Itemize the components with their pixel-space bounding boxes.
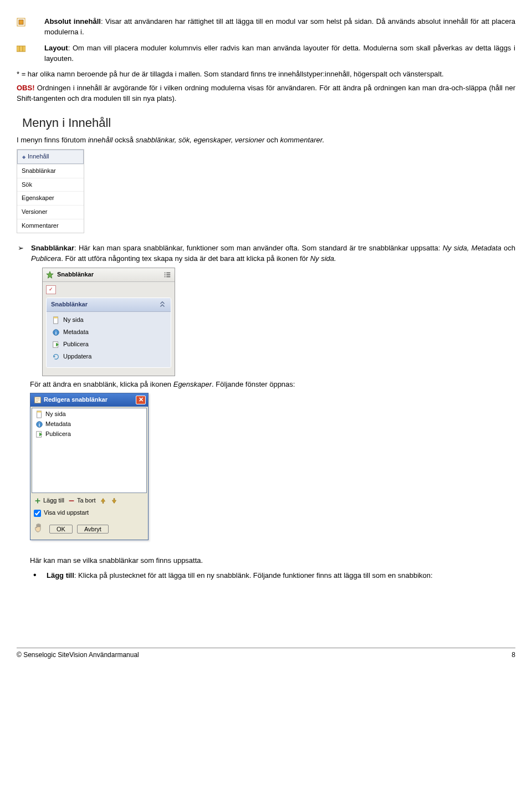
edit-shortcuts-dialog: Redigera snabblänkar ✕ Ny sida i Metadat… <box>30 393 149 540</box>
snabblankar-panel: Snabblänkar ✓ Snabblänkar Ny sida i Meta… <box>42 268 175 376</box>
obs-text: Ordningen i innehåll är avgörande för i … <box>17 84 515 102</box>
svg-text:i: i <box>55 330 57 335</box>
svg-rect-20 <box>37 411 42 413</box>
svg-rect-25 <box>35 501 40 502</box>
after-dialog-text: Här kan man se vilka snabblänkar som fin… <box>30 556 515 566</box>
svg-rect-26 <box>69 501 74 502</box>
snabblankar-inner: Snabblänkar Ny sida i Metadata Publicera <box>46 298 171 368</box>
properties-icon[interactable]: ✓ <box>46 285 56 294</box>
absolut-icon <box>17 17 44 27</box>
show-on-start-checkbox[interactable] <box>34 510 41 517</box>
layout-icon <box>17 43 44 54</box>
content-menu-panel: Innehåll Snabblänkar Sök Egenskaper Vers… <box>17 149 84 234</box>
footer-left: © Senselogic SiteVision Användarmanual <box>17 650 139 660</box>
arrow-up-icon[interactable] <box>99 497 107 505</box>
dialog-item-metadata[interactable]: i Metadata <box>32 419 146 429</box>
obs-label: OBS! <box>17 84 35 92</box>
menu-item-sok[interactable]: Sök <box>17 178 84 192</box>
snabblankar-list: Ny sida i Metadata Publicera Uppdatera <box>47 312 171 367</box>
layout-body: : Om man vill placera moduler kolumnvis … <box>44 44 515 63</box>
definition-layout-text: Layout: Om man vill placera moduler kolu… <box>44 43 515 64</box>
menu-item-egenskaper[interactable]: Egenskaper <box>17 191 84 205</box>
publish-icon <box>52 341 60 348</box>
menu-item-snabblankar[interactable]: Snabblänkar <box>17 164 84 178</box>
dialog-shortcut-list[interactable]: Ny sida i Metadata Publicera <box>32 408 147 493</box>
note-star: * = har olika namn beroende på hur de är… <box>17 69 515 80</box>
bullet-snabblankar: ➢ Snabblänkar: Här kan man spara snabblä… <box>17 243 515 264</box>
snabblankar-inner-header[interactable]: Snabblänkar <box>47 298 171 312</box>
svg-marker-17 <box>54 355 56 357</box>
svg-rect-9 <box>166 274 170 275</box>
publish-icon <box>35 430 43 438</box>
close-button[interactable]: ✕ <box>136 396 146 404</box>
dialog-item-ny-sida[interactable]: Ny sida <box>32 409 146 419</box>
bullet-dot-icon: • <box>29 571 47 580</box>
bullet-lagg-till: • Lägg till: Klicka på plustecknet för a… <box>29 571 515 581</box>
star-icon <box>46 271 54 279</box>
bullet-snabblankar-text: Snabblänkar: Här kan man spara snabblänk… <box>31 243 515 264</box>
page-icon <box>35 411 43 418</box>
svg-rect-11 <box>166 276 170 278</box>
list-icon[interactable] <box>163 271 171 279</box>
menu-item-kommentarer[interactable]: Kommentarer <box>17 219 84 233</box>
arrow-down-icon[interactable] <box>110 497 118 505</box>
definition-absolut: Absolut innehåll: Visar att användaren h… <box>17 17 515 38</box>
cancel-button[interactable]: Avbryt <box>77 525 109 534</box>
svg-text:i: i <box>39 422 40 428</box>
bullet-arrow-icon: ➢ <box>17 243 31 254</box>
svg-rect-8 <box>165 274 166 275</box>
footer-page-number: 8 <box>511 650 515 660</box>
dialog-titlebar: Redigera snabblänkar ✕ <box>30 393 148 407</box>
bullet-lagg-till-text: Lägg till: Klicka på plustecknet för att… <box>47 571 515 581</box>
after-panel-text: För att ändra en snabblänk, klicka på ik… <box>30 380 515 390</box>
minus-icon <box>68 497 75 505</box>
remove-button[interactable]: Ta bort <box>68 496 96 505</box>
show-on-start-label: Visa vid uppstart <box>44 509 89 517</box>
svg-marker-5 <box>47 271 53 278</box>
svg-rect-1 <box>19 20 23 24</box>
definition-layout: Layout: Om man vill placera moduler kolu… <box>17 43 515 64</box>
snabblankar-item-uppdatera[interactable]: Uppdatera <box>47 351 171 363</box>
plus-icon <box>34 497 42 505</box>
refresh-icon <box>52 353 60 361</box>
snabblankar-item-publicera[interactable]: Publicera <box>47 339 171 351</box>
absolut-title: Absolut innehåll <box>44 17 101 25</box>
dialog-buttons: OK Avbryt <box>30 520 148 540</box>
svg-rect-13 <box>54 317 58 319</box>
hand-icon <box>34 522 45 536</box>
section-heading: Menyn i Innehåll <box>22 114 515 132</box>
snabblankar-item-ny-sida[interactable]: Ny sida <box>47 314 171 326</box>
obs-paragraph: OBS! Ordningen i innehåll är avgörande f… <box>17 83 515 104</box>
dialog-toolbar: Lägg till Ta bort <box>30 494 148 506</box>
section-intro: I menyn finns förutom innehåll också sna… <box>17 135 515 146</box>
svg-rect-6 <box>165 273 166 274</box>
page-footer: © Senselogic SiteVision Användarmanual 8 <box>17 648 515 660</box>
show-on-start-row: Visa vid uppstart <box>30 506 148 520</box>
ok-button[interactable]: OK <box>49 525 73 534</box>
svg-rect-2 <box>17 46 25 52</box>
svg-rect-10 <box>165 276 166 278</box>
definition-absolut-text: Absolut innehåll: Visar att användaren h… <box>44 17 515 38</box>
layout-title: Layout <box>44 44 68 52</box>
dialog-icon <box>34 396 42 404</box>
page-icon <box>52 316 60 324</box>
add-button[interactable]: Lägg till <box>34 496 64 505</box>
info-icon: i <box>35 420 43 428</box>
svg-rect-7 <box>166 273 170 274</box>
info-icon: i <box>52 329 60 336</box>
absolut-body: : Visar att användaren har rättighet til… <box>44 17 515 36</box>
snabblankar-panel-title: Snabblänkar <box>43 268 175 282</box>
menu-item-innehall[interactable]: Innehåll <box>17 150 84 164</box>
chevron-up-icon <box>158 301 166 309</box>
dialog-item-publicera[interactable]: Publicera <box>32 429 146 439</box>
menu-item-versioner[interactable]: Versioner <box>17 205 84 219</box>
snabblankar-item-metadata[interactable]: i Metadata <box>47 326 171 339</box>
